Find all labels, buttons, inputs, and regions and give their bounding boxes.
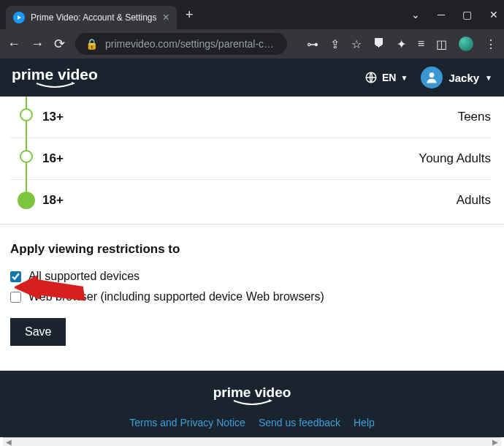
- site-header: prime video EN ▼ Jacky ▼: [0, 58, 504, 97]
- age-rating-row[interactable]: 13+ Teens: [10, 97, 491, 138]
- rating-marker-selected-icon: [18, 192, 35, 209]
- share-icon[interactable]: ⇪: [330, 37, 340, 51]
- chrome-menu-icon[interactable]: ⋮: [485, 37, 497, 51]
- tab-favicon: [13, 12, 25, 23]
- key-icon[interactable]: ⊶: [307, 37, 318, 51]
- language-label: EN: [382, 72, 396, 83]
- user-name: Jacky: [448, 72, 479, 84]
- svg-point-3: [429, 72, 435, 78]
- logo-smile-icon: [33, 82, 77, 89]
- checkbox-label: Web browser (including supported device …: [28, 290, 324, 303]
- chevron-down-icon: ▼: [400, 74, 408, 82]
- age-label: 18+: [42, 193, 64, 208]
- age-rating-row[interactable]: 18+ Adults: [10, 180, 491, 221]
- scroll-right-icon[interactable]: ▶: [489, 438, 501, 446]
- tab-close-icon[interactable]: ×: [163, 11, 169, 24]
- age-description: Adults: [457, 193, 491, 208]
- footer-link-feedback[interactable]: Send us feedback: [259, 417, 340, 428]
- age-description: Teens: [458, 110, 491, 124]
- age-rating-row[interactable]: 16+ Young Adults: [10, 138, 491, 180]
- checkbox-input[interactable]: [10, 292, 21, 303]
- lock-icon: 🔒: [85, 38, 98, 50]
- age-label: 16+: [42, 151, 64, 166]
- new-tab-button[interactable]: +: [186, 7, 194, 23]
- logo-smile-icon: [230, 399, 274, 407]
- language-selector[interactable]: EN ▼: [364, 71, 408, 84]
- bookmark-star-icon[interactable]: ☆: [351, 37, 362, 51]
- checkbox-label: All supported devices: [28, 270, 140, 283]
- age-rating-list: 13+ Teens 16+ Young Adults 18+ Adults: [0, 97, 504, 221]
- avatar: [421, 67, 443, 88]
- svg-marker-0: [18, 15, 21, 20]
- scroll-left-icon[interactable]: ◀: [3, 438, 15, 446]
- extensions-icon[interactable]: ✦: [397, 37, 406, 51]
- content-area: 13+ Teens 16+ Young Adults 18+ Adults Ap…: [0, 97, 504, 437]
- footer-link-terms[interactable]: Terms and Privacy Notice: [129, 417, 245, 428]
- svg-marker-4: [269, 399, 272, 402]
- prime-video-logo[interactable]: prime video: [12, 67, 98, 89]
- checkbox-all-devices[interactable]: All supported devices: [10, 270, 491, 283]
- dropdown-icon[interactable]: ⌄: [411, 9, 420, 20]
- logo-text: prime video: [12, 67, 98, 82]
- url-bar[interactable]: 🔒 primevideo.com/settings/parental-cont.…: [75, 33, 287, 55]
- user-menu[interactable]: Jacky ▼: [421, 67, 492, 88]
- checkbox-web-browser[interactable]: Web browser (including supported device …: [10, 290, 491, 303]
- restrictions-section: Apply viewing restrictions to All suppor…: [0, 224, 504, 352]
- close-window-icon[interactable]: ✕: [489, 9, 498, 20]
- checkbox-input[interactable]: [10, 271, 21, 282]
- chevron-down-icon: ▼: [485, 74, 492, 82]
- extension-avatar-icon[interactable]: [459, 37, 473, 51]
- browser-tab[interactable]: Prime Video: Account & Settings ×: [6, 6, 177, 29]
- svg-marker-1: [72, 82, 75, 85]
- restrictions-heading: Apply viewing restrictions to: [10, 242, 491, 257]
- globe-icon: [364, 71, 378, 84]
- footer-logo-text: prime video: [213, 385, 291, 399]
- rating-marker-icon: [20, 108, 33, 121]
- tab-title: Prime Video: Account & Settings: [31, 12, 157, 23]
- forward-button[interactable]: →: [31, 37, 44, 52]
- back-button[interactable]: ←: [7, 37, 20, 52]
- side-panel-icon[interactable]: ◫: [436, 37, 447, 51]
- site-footer: prime video Terms and Privacy Notice Sen…: [0, 371, 504, 437]
- reload-button[interactable]: ⟳: [54, 36, 65, 52]
- maximize-icon[interactable]: ▢: [462, 9, 472, 20]
- footer-link-help[interactable]: Help: [354, 417, 375, 428]
- age-description: Young Adults: [419, 151, 491, 166]
- horizontal-scrollbar[interactable]: ◀ ▶: [3, 437, 501, 446]
- save-button[interactable]: Save: [10, 318, 66, 346]
- reading-list-icon[interactable]: ≡: [418, 37, 424, 50]
- footer-logo[interactable]: prime video: [213, 385, 291, 407]
- extension-icon-1[interactable]: ⛊: [373, 37, 385, 50]
- age-label: 13+: [42, 110, 64, 124]
- url-text: primevideo.com/settings/parental-cont...: [105, 38, 277, 50]
- rating-marker-icon: [20, 150, 33, 163]
- minimize-icon[interactable]: ─: [438, 9, 445, 20]
